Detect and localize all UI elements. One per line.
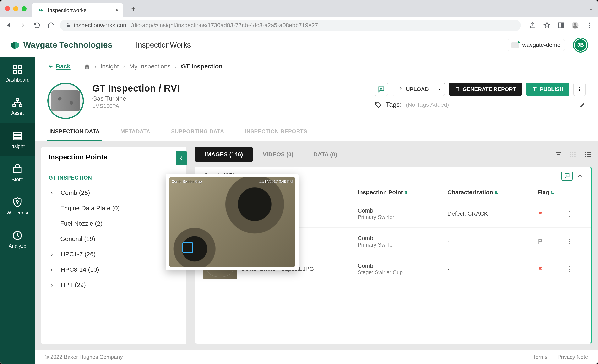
media-tab-images[interactable]: IMAGES (146): [195, 147, 253, 162]
collapse-panel-button[interactable]: [176, 151, 187, 165]
browser-menu-icon[interactable]: [586, 22, 593, 29]
tenant-selector[interactable]: waygate-demo: [507, 39, 565, 51]
sidebar-item-license[interactable]: IW License: [0, 190, 35, 223]
ip-item[interactable]: Fuel Nozzle (2): [49, 216, 179, 231]
minimize-window[interactable]: [13, 6, 18, 11]
svg-rect-8: [18, 65, 21, 69]
footer-privacy[interactable]: Privacy Note: [557, 354, 588, 360]
preview-label: Comb Swirler Cup: [195, 179, 202, 184]
breadcrumb-item[interactable]: My Inspections: [129, 63, 171, 70]
data-area: IMAGES (146) VIDEOS (0) DATA (0) Comb (2…: [195, 147, 592, 344]
more-actions-button[interactable]: [573, 83, 586, 96]
close-tab-icon[interactable]: ×: [116, 7, 119, 14]
footer-terms[interactable]: Terms: [533, 354, 548, 360]
sidebar: Dashboard Asset Insight Store IW License…: [0, 57, 35, 364]
comments-button[interactable]: [374, 83, 388, 96]
tab-inspection-data[interactable]: INSPECTION DATA: [47, 124, 102, 141]
bookmark-star-icon[interactable]: [543, 22, 551, 29]
nav-back-icon[interactable]: [5, 22, 12, 29]
tab-inspection-reports[interactable]: INSPECTION REPORTS: [243, 124, 309, 141]
svg-rect-31: [570, 156, 571, 157]
svg-rect-1: [561, 23, 564, 28]
ip-item[interactable]: ›HPC8-14 (10): [49, 262, 179, 277]
sidebar-label: Insight: [10, 143, 25, 149]
sidebar-item-insight[interactable]: Insight: [0, 123, 35, 156]
chat-icon: [564, 173, 570, 179]
svg-rect-28: [570, 154, 571, 155]
browser-tab-bar: Inspectionworks × + ⌄: [0, 0, 598, 17]
tags-label: Tags:: [386, 101, 402, 109]
tabs-overflow-icon[interactable]: ⌄: [589, 6, 593, 12]
browser-tab[interactable]: Inspectionworks ×: [32, 3, 123, 17]
tags-empty: (No Tags Added): [406, 101, 449, 108]
row-more-button[interactable]: ⋮: [566, 238, 573, 245]
col-characterization[interactable]: Characterization⇅: [448, 189, 537, 196]
row-more-button[interactable]: ⋮: [566, 265, 573, 273]
sidebar-item-store[interactable]: Store: [0, 156, 35, 190]
upload-button[interactable]: UPLOAD: [392, 83, 445, 96]
ip-item[interactable]: ›HPT (29): [49, 277, 179, 293]
generate-report-button[interactable]: GENERATE REPORT: [449, 83, 522, 96]
tab-metadata[interactable]: METADATA: [118, 124, 152, 141]
favicon: [38, 7, 44, 14]
profile-icon[interactable]: [571, 22, 579, 29]
list-view-icon[interactable]: [584, 150, 592, 158]
breadcrumb-item[interactable]: Insight: [100, 63, 119, 70]
ip-item[interactable]: General (19): [49, 231, 179, 247]
ip-item[interactable]: ›HPC1-7 (26): [49, 247, 179, 262]
card-comments-button[interactable]: [561, 171, 573, 181]
svg-point-17: [17, 201, 18, 202]
divider: [124, 39, 124, 51]
preview-timestamp: 11/14/2017 2:49 PM: [259, 179, 293, 184]
svg-rect-12: [13, 105, 16, 107]
publish-button[interactable]: PUBLISH: [526, 83, 569, 96]
row-more-button[interactable]: ⋮: [566, 210, 573, 218]
nav-forward-icon[interactable]: [19, 22, 27, 29]
sidebar-item-dashboard[interactable]: Dashboard: [0, 57, 35, 90]
panel-icon[interactable]: [557, 22, 565, 29]
grid-view-icon[interactable]: [569, 151, 576, 158]
image-preview-popover: Comb Swirler Cup 11/14/2017 2:49 PM: [195, 174, 299, 270]
row-characterization: -: [448, 266, 537, 272]
arrow-left-icon: [47, 64, 53, 69]
svg-point-24: [376, 103, 377, 104]
col-inspection-point[interactable]: Inspection Point⇅: [358, 189, 448, 196]
filter-icon[interactable]: [555, 151, 562, 158]
svg-rect-25: [570, 152, 571, 153]
svg-point-23: [579, 90, 580, 91]
collapse-card-icon[interactable]: [577, 173, 583, 179]
media-tab-data[interactable]: DATA (0): [303, 147, 347, 162]
upload-dropdown[interactable]: [435, 83, 445, 96]
sidebar-label: Store: [11, 177, 23, 182]
svg-rect-7: [14, 65, 17, 69]
maximize-window[interactable]: [22, 6, 27, 11]
ip-item[interactable]: ›Comb (25): [49, 185, 179, 201]
tab-supporting-data[interactable]: SUPPORTING DATA: [169, 124, 226, 141]
sidebar-item-analyze[interactable]: Analyze: [0, 223, 35, 256]
ip-item[interactable]: Engine Data Plate (0): [49, 201, 179, 216]
brand[interactable]: Waygate Technologies: [10, 40, 112, 50]
image-icon: [511, 42, 519, 48]
inspection-points-title: Inspection Points: [49, 153, 107, 161]
tab-title: Inspectionworks: [48, 7, 86, 14]
address-bar[interactable]: inspectionworks.com/dic-app/#/insight/in…: [60, 19, 521, 31]
page-title-row: GT Inspection / RVI Gas Turbine LMS100PA: [35, 76, 598, 119]
col-flag[interactable]: Flag⇅: [537, 189, 566, 196]
sidebar-label: Asset: [11, 110, 24, 116]
share-icon[interactable]: [529, 22, 537, 29]
media-tab-videos[interactable]: VIDEOS (0): [253, 147, 304, 162]
media-tabs: IMAGES (146) VIDEOS (0) DATA (0): [195, 147, 592, 162]
reload-icon[interactable]: [33, 22, 41, 29]
new-tab-button[interactable]: +: [131, 4, 136, 13]
close-window[interactable]: [5, 6, 10, 11]
tenant-name: waygate-demo: [522, 42, 560, 48]
back-link[interactable]: Back: [47, 63, 71, 70]
sidebar-item-asset[interactable]: Asset: [0, 90, 35, 123]
sidebar-label: IW License: [5, 210, 30, 216]
home-icon[interactable]: [47, 22, 55, 29]
breadcrumb-home-icon[interactable]: [84, 63, 90, 70]
user-avatar[interactable]: JB: [573, 38, 588, 53]
app-header: Waygate Technologies InspectionWorks way…: [0, 33, 598, 57]
sidebar-label: Analyze: [8, 243, 26, 249]
edit-tags-button[interactable]: [579, 102, 586, 108]
